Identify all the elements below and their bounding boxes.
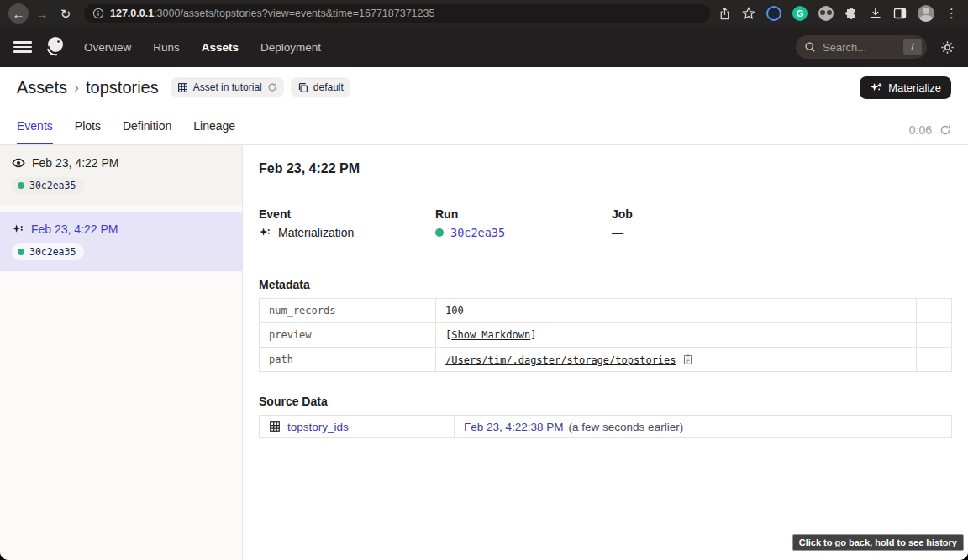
forward-button[interactable]: → bbox=[32, 3, 52, 24]
run-id-link[interactable]: 30c2ea35 bbox=[450, 226, 505, 239]
tab-definition[interactable]: Definition bbox=[123, 107, 171, 144]
tab-lineage[interactable]: Lineage bbox=[193, 107, 235, 144]
table-row: path /Users/tim/.dagster/storage/topstor… bbox=[260, 348, 952, 372]
sparkle-icon bbox=[259, 227, 271, 239]
back-arrow-icon: ← bbox=[13, 8, 25, 20]
forward-arrow-icon: → bbox=[36, 8, 49, 20]
asset-tabs: Events Plots Definition Lineage 0:06 bbox=[0, 107, 968, 145]
browser-actions: G ⋮ bbox=[718, 5, 960, 22]
run-status-dot bbox=[18, 182, 24, 189]
source-data-heading: Source Data bbox=[259, 395, 952, 408]
tab-events[interactable]: Events bbox=[17, 107, 53, 144]
source-asset-cell: topstory_ids bbox=[260, 416, 455, 438]
metadata-key: path bbox=[260, 348, 436, 372]
share-icon[interactable] bbox=[718, 8, 731, 20]
run-value: 30c2ea35 bbox=[435, 226, 612, 239]
reload-button[interactable]: ↻ bbox=[55, 3, 76, 24]
job-label: Job bbox=[612, 207, 788, 221]
event-column: Event Materialization bbox=[259, 207, 435, 239]
url-text: 127.0.0.1:3000/assets/topstories?view=ev… bbox=[110, 8, 434, 19]
source-timestamp-link[interactable]: Feb 23, 4:22:38 PM bbox=[464, 421, 564, 433]
bookmark-star-icon[interactable] bbox=[742, 7, 755, 20]
extension-blue-icon[interactable] bbox=[766, 6, 781, 21]
event-detail-title: Feb 23, 4:22 PM bbox=[259, 161, 952, 176]
nav-deployment[interactable]: Deployment bbox=[260, 41, 321, 54]
overflow-menu-icon[interactable]: ⋮ bbox=[945, 6, 958, 21]
event-timestamp: Feb 23, 4:22 PM bbox=[31, 222, 118, 236]
event-type: Materialization bbox=[278, 226, 354, 239]
sparkle-plus-icon bbox=[870, 81, 882, 94]
breadcrumb-asset-name: topstories bbox=[86, 78, 159, 97]
source-data-table: topstory_ids Feb 23, 4:22:38 PM(a few se… bbox=[259, 415, 952, 438]
path-link[interactable]: /Users/tim/.dagster/storage/topstories bbox=[445, 354, 676, 366]
url-path: :3000/assets/topstories?view=events&time… bbox=[154, 8, 434, 19]
nav-assets[interactable]: Assets bbox=[202, 41, 239, 54]
event-list-item-observation[interactable]: Feb 23, 4:22 PM 30c2ea35 bbox=[0, 145, 242, 205]
app-navbar: Overview Runs Assets Deployment Search..… bbox=[0, 27, 968, 67]
materialize-label: Materialize bbox=[888, 81, 941, 94]
run-id-pill[interactable]: 30c2ea35 bbox=[12, 177, 84, 194]
settings-gear-icon[interactable] bbox=[940, 40, 955, 55]
run-id: 30c2ea35 bbox=[29, 180, 76, 191]
event-list: Feb 23, 4:22 PM 30c2ea35 Feb 23, 4:22 PM… bbox=[0, 145, 243, 560]
metadata-extra-cell bbox=[917, 348, 952, 372]
nav-overview[interactable]: Overview bbox=[84, 41, 131, 54]
refresh-icon[interactable] bbox=[939, 124, 951, 136]
downloads-icon[interactable] bbox=[869, 7, 882, 20]
profile-avatar[interactable] bbox=[918, 5, 934, 22]
tab-plots[interactable]: Plots bbox=[75, 107, 101, 144]
event-summary-columns: Event Materialization Run 30c2ea35 bbox=[259, 207, 952, 239]
search-icon bbox=[804, 41, 816, 53]
event-row-header: Feb 23, 4:22 PM bbox=[12, 156, 229, 170]
sidebar-toggle-icon[interactable] bbox=[893, 7, 907, 20]
hamburger-menu-icon[interactable] bbox=[13, 41, 32, 53]
breadcrumb-assets[interactable]: Assets bbox=[17, 78, 67, 97]
event-list-item-materialization[interactable]: Feb 23, 4:22 PM 30c2ea35 bbox=[0, 212, 242, 271]
metadata-value: /Users/tim/.dagster/storage/topstories bbox=[436, 348, 917, 372]
clipboard-copy-icon[interactable] bbox=[682, 353, 693, 365]
owl-extension-icon[interactable] bbox=[818, 6, 834, 21]
group-badge[interactable]: default bbox=[291, 77, 350, 97]
group-label: default bbox=[313, 81, 344, 93]
run-column: Run 30c2ea35 bbox=[435, 207, 612, 239]
run-status-dot bbox=[18, 249, 24, 255]
bracket-close: ] bbox=[530, 329, 536, 341]
event-timestamp: Feb 23, 4:22 PM bbox=[32, 156, 119, 170]
nav-runs[interactable]: Runs bbox=[153, 41, 180, 54]
run-id-pill[interactable]: 30c2ea35 bbox=[12, 243, 84, 260]
search-placeholder: Search... bbox=[823, 41, 897, 54]
address-bar[interactable]: 127.0.0.1:3000/assets/topstories?view=ev… bbox=[84, 4, 710, 23]
metadata-value: 100 bbox=[436, 299, 917, 323]
reload-location-icon[interactable] bbox=[267, 82, 277, 92]
event-row-header: Feb 23, 4:22 PM bbox=[12, 222, 229, 236]
job-value: — bbox=[612, 226, 623, 239]
source-time-cell: Feb 23, 4:22:38 PM(a few seconds earlier… bbox=[455, 416, 952, 438]
browser-window: ← → ↻ 127.0.0.1:3000/assets/topstories?v… bbox=[0, 0, 968, 560]
show-markdown-link[interactable]: Show Markdown bbox=[451, 329, 530, 341]
metadata-extra-cell bbox=[917, 299, 952, 323]
code-location-label: Asset in tutorial bbox=[193, 81, 262, 93]
breadcrumb: Assets › topstories bbox=[17, 78, 159, 97]
table-row: num_records 100 bbox=[260, 299, 952, 323]
grammarly-extension-icon[interactable]: G bbox=[792, 6, 808, 21]
source-time-note: (a few seconds earlier) bbox=[569, 421, 684, 433]
reload-icon: ↻ bbox=[60, 8, 71, 20]
code-location-badge[interactable]: Asset in tutorial bbox=[171, 77, 284, 97]
chevron-right-icon: › bbox=[74, 79, 79, 97]
slash-shortcut-badge: / bbox=[903, 39, 922, 55]
extensions-puzzle-icon[interactable] bbox=[844, 7, 858, 20]
timer-value: 0:06 bbox=[909, 123, 932, 137]
search-input[interactable]: Search... / bbox=[796, 35, 927, 59]
back-button[interactable]: ← bbox=[8, 3, 29, 24]
site-info-icon[interactable] bbox=[92, 8, 104, 19]
source-asset-link[interactable]: topstory_ids bbox=[287, 421, 349, 433]
asset-header: Assets › topstories Asset in tutorial de… bbox=[0, 67, 968, 107]
eye-icon bbox=[12, 156, 25, 170]
metadata-key: num_records bbox=[260, 299, 436, 323]
table-row: topstory_ids Feb 23, 4:22:38 PM(a few se… bbox=[260, 416, 952, 438]
event-detail-panel: Feb 23, 4:22 PM Event Materialization Ru… bbox=[243, 145, 968, 560]
dagster-logo[interactable] bbox=[44, 35, 66, 59]
materialize-button[interactable]: Materialize bbox=[860, 76, 951, 99]
metadata-heading: Metadata bbox=[259, 278, 952, 291]
metadata-value: [Show Markdown] bbox=[436, 323, 917, 348]
